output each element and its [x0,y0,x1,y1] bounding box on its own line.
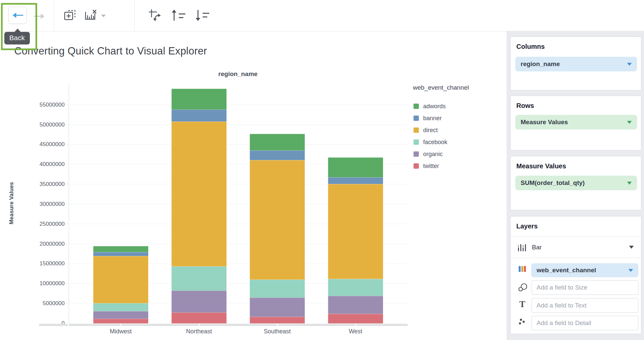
text-field-input[interactable] [532,298,638,313]
y-tick-mark [66,283,69,284]
bar-segment-direct[interactable] [328,184,383,279]
legend-item-label: adwords [423,103,446,110]
back-tooltip: Back [4,32,30,44]
scrollbar-notch [120,324,121,326]
layer-type-row[interactable]: Bar [511,237,641,258]
bar-segment-twitter[interactable] [250,317,305,323]
legend-item-banner[interactable]: banner [414,112,447,124]
bar-segment-adwords[interactable] [328,157,383,177]
layers-card: Layers Bar we [510,216,641,334]
y-tick-mark [66,303,69,303]
sort-descending-button[interactable] [194,8,211,24]
x-axis-scrollbar[interactable] [39,324,408,326]
bar-segment-banner[interactable] [171,110,226,122]
legend-item-label: direct [423,127,438,134]
clear-chart-menu-button[interactable] [99,13,107,20]
bar-segment-direct[interactable] [93,256,148,303]
y-tick-mark [66,105,69,105]
bar-segment-banner[interactable] [250,150,305,160]
color-field-pill[interactable]: web_event_channel [531,263,638,277]
color-field-label: web_event_channel [537,267,628,274]
legend-item-label: organic [423,151,443,158]
y-tick-label: 5000000 [13,300,65,307]
measure-values-field-label: SUM(order_total_qty) [521,179,627,187]
bar-segment-twitter[interactable] [328,314,383,323]
legend-item-organic[interactable]: organic [414,148,447,160]
legend-item-label: facebook [423,139,447,146]
x-tick-label: Northeast [162,328,235,335]
bar-segment-adwords[interactable] [171,89,226,110]
columns-card: Columns region_name [510,37,641,90]
toolbar-divider [54,0,54,31]
columns-field-label: region_name [521,60,627,68]
legend-item-direct[interactable]: direct [414,124,447,136]
bar-segment-banner[interactable] [93,252,148,256]
divider [511,258,641,258]
bar-segment-facebook[interactable] [93,303,148,311]
measure-values-card: Measure Values SUM(order_total_qty) [510,156,641,210]
arrow-right-icon [33,13,45,20]
legend-swatch-icon [414,163,419,169]
rows-field-pill[interactable]: Measure Values [515,115,637,129]
caret-down-icon[interactable] [627,182,632,185]
bar-segment-facebook[interactable] [328,279,383,296]
bar-segment-adwords[interactable] [250,134,305,150]
scrollbar-notch [355,324,356,326]
y-tick-label: 20000000 [13,240,65,248]
add-element-button[interactable] [63,8,77,23]
page-title: Converting Quick Chart to Visual Explore… [14,45,207,57]
bar-chart-icon [517,243,527,252]
y-axis-line [69,83,69,323]
bar-segment-organic[interactable] [93,311,148,319]
bar-segment-banner[interactable] [328,177,383,184]
sort-ascending-button[interactable] [170,8,187,24]
caret-down-icon [100,14,107,18]
size-field-input[interactable] [532,280,638,295]
caret-down-icon[interactable] [628,269,633,272]
bar-segment-twitter[interactable] [171,312,226,324]
y-tick-mark [66,244,69,244]
bar-segment-facebook[interactable] [250,280,305,298]
swap-axes-button[interactable] [148,8,163,24]
measure-values-field-pill[interactable]: SUM(order_total_qty) [515,176,637,190]
plot-area [69,83,407,323]
legend-item-facebook[interactable]: facebook [414,136,447,148]
legend-swatch-icon [414,128,419,133]
y-tick-label: 25000000 [13,220,65,228]
bar-segment-adwords[interactable] [93,246,148,252]
columns-field-pill[interactable]: region_name [515,57,637,71]
y-tick-mark [66,224,69,224]
settings-panel: Columns region_name Rows Measure Values … [507,31,644,340]
caret-down-icon[interactable] [629,246,634,249]
caret-down-icon[interactable] [627,63,632,66]
tooltip-label: Back [9,34,25,42]
size-encoding-icon [518,283,528,292]
rows-card: Rows Measure Values [510,96,641,150]
y-tick-mark [66,264,69,264]
sort-ascending-icon [171,9,186,22]
bar-segment-twitter[interactable] [93,319,148,323]
bar-segment-organic[interactable] [250,298,305,316]
caret-down-icon[interactable] [627,121,632,124]
clear-chart-button[interactable] [84,8,98,23]
legend-item-adwords[interactable]: adwords [414,100,447,112]
bar-segment-direct[interactable] [250,160,305,280]
bar-chart-x-icon [84,9,97,21]
columns-header: Columns [511,37,641,50]
y-tick-mark [66,125,69,125]
toolbar [0,0,507,32]
bar-segment-direct[interactable] [171,122,226,266]
y-tick-label: 40000000 [13,161,65,168]
y-tick-label: 50000000 [13,121,65,128]
sort-descending-icon [195,9,210,22]
forward-button[interactable] [32,12,46,22]
swap-axes-icon [148,9,163,23]
legend-item-twitter[interactable]: twitter [414,160,447,172]
bar-segment-facebook[interactable] [171,266,226,291]
bar-segment-organic[interactable] [171,291,226,312]
detail-field-input[interactable] [532,316,638,330]
bar-segment-organic[interactable] [328,296,383,314]
legend-item-label: twitter [423,163,439,170]
gridline [69,105,407,105]
back-button[interactable] [8,7,27,24]
